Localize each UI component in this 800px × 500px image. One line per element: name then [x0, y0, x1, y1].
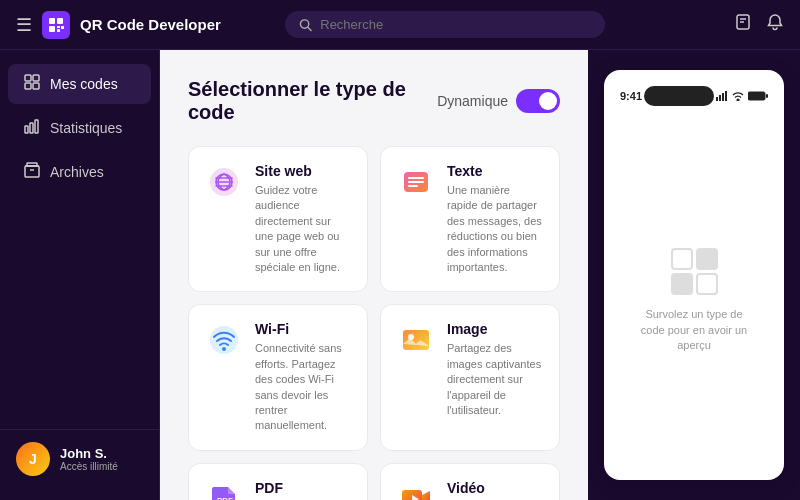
card-icon-image: [397, 321, 435, 359]
qr-placeholder: Survolez un type de code pour en avoir u…: [634, 118, 754, 464]
svg-text:PDF: PDF: [217, 496, 233, 500]
archive-icon: [24, 162, 40, 182]
svg-rect-14: [33, 83, 39, 89]
card-content-image: Image Partagez des images captivantes di…: [447, 321, 543, 418]
code-type-grid: Site web Guidez votre audience directeme…: [188, 146, 560, 500]
svg-rect-5: [57, 26, 60, 28]
card-texte[interactable]: Texte Une manière rapide de partager des…: [380, 146, 560, 292]
svg-rect-0: [49, 18, 55, 24]
sidebar-label-archives: Archives: [50, 164, 104, 180]
qr-icon-grid: [671, 248, 718, 295]
app-title: QR Code Developer: [80, 16, 221, 33]
card-content-video: Vidéo Engagez votre audience avec une ex…: [447, 480, 543, 500]
toggle-thumb: [539, 92, 557, 110]
svg-rect-18: [25, 166, 39, 177]
sidebar-label-mes-codes: Mes codes: [50, 76, 118, 92]
avatar: J: [16, 442, 50, 476]
card-title-texte: Texte: [447, 163, 543, 179]
preview-panel: 9:41 Survolez un type de code pour en av…: [604, 70, 784, 480]
qr-cell-tl: [671, 248, 693, 270]
svg-rect-2: [49, 26, 55, 32]
page-title: Sélectionner le type de code: [188, 78, 437, 124]
card-desc-texte: Une manière rapide de partager des messa…: [447, 183, 543, 275]
card-icon-pdf: PDF: [205, 480, 243, 500]
card-content-texte: Texte Une manière rapide de partager des…: [447, 163, 543, 275]
wifi-icon: [732, 91, 744, 101]
svg-rect-37: [722, 93, 724, 101]
signal-icon: [716, 91, 728, 101]
card-title-pdf: PDF: [255, 480, 351, 496]
qr-hint: Survolez un type de code pour en avoir u…: [634, 307, 754, 353]
qr-cell-bl: [671, 273, 693, 295]
sidebar-label-statistiques: Statistiques: [50, 120, 122, 136]
menu-icon[interactable]: ☰: [16, 14, 32, 36]
phone-time: 9:41: [620, 90, 642, 102]
sidebar-item-archives[interactable]: Archives: [8, 152, 151, 192]
layout: Mes codes Statistiques Archives J John S…: [0, 50, 800, 500]
svg-rect-16: [30, 123, 33, 133]
card-title-video: Vidéo: [447, 480, 543, 496]
user-plan: Accès illimité: [60, 461, 118, 472]
card-pdf[interactable]: PDF PDF Partagez des document rapidement…: [188, 463, 368, 500]
toggle-track[interactable]: [516, 89, 560, 113]
search-input[interactable]: [320, 17, 591, 32]
main-content: Sélectionner le type de code Dynamique S…: [160, 50, 588, 500]
search-icon: [299, 18, 312, 32]
svg-rect-17: [35, 120, 38, 133]
svg-rect-28: [403, 330, 429, 350]
user-info: John S. Accès illimité: [60, 446, 118, 472]
card-icon-wifi: [205, 321, 243, 359]
qr-cell-br: [696, 273, 718, 295]
card-title-image: Image: [447, 321, 543, 337]
svg-rect-3: [57, 29, 60, 32]
user-profile[interactable]: J John S. Accès illimité: [0, 429, 159, 488]
svg-rect-13: [25, 83, 31, 89]
sidebar-item-mes-codes[interactable]: Mes codes: [8, 64, 151, 104]
phone-status-bar: 9:41: [620, 86, 768, 106]
header-icons: [734, 13, 784, 36]
dynamic-label: Dynamique: [437, 93, 508, 109]
svg-rect-12: [33, 75, 39, 81]
main-header: Sélectionner le type de code Dynamique: [188, 78, 560, 124]
phone-notch: [644, 86, 714, 106]
dynamic-toggle[interactable]: Dynamique: [437, 89, 560, 113]
svg-rect-19: [27, 163, 37, 166]
card-image[interactable]: Image Partagez des images captivantes di…: [380, 304, 560, 450]
sidebar-item-statistiques[interactable]: Statistiques: [8, 108, 151, 148]
header-left: ☰ QR Code Developer: [16, 11, 221, 39]
svg-line-7: [308, 27, 311, 30]
card-video[interactable]: Vidéo Engagez votre audience avec une ex…: [380, 463, 560, 500]
logo-icon: [42, 11, 70, 39]
card-icon-site-web: [205, 163, 243, 201]
card-site-web[interactable]: Site web Guidez votre audience directeme…: [188, 146, 368, 292]
battery-icon: [748, 91, 768, 101]
svg-rect-41: [766, 94, 768, 98]
card-desc-site-web: Guidez votre audience directement sur un…: [255, 183, 351, 275]
card-icon-texte: [397, 163, 435, 201]
user-name: John S.: [60, 446, 118, 461]
grid-icon: [24, 74, 40, 94]
bookmark-icon[interactable]: [734, 13, 752, 36]
svg-point-39: [737, 99, 739, 101]
card-title-site-web: Site web: [255, 163, 351, 179]
svg-point-27: [222, 347, 226, 351]
svg-rect-40: [748, 92, 765, 100]
svg-rect-15: [25, 126, 28, 133]
card-title-wifi: Wi-Fi: [255, 321, 351, 337]
card-icon-video: [397, 480, 435, 500]
card-content-site-web: Site web Guidez votre audience directeme…: [255, 163, 351, 275]
phone-status-icons: [716, 91, 768, 101]
card-content-pdf: PDF Partagez des document rapidement. Id…: [255, 480, 351, 500]
card-content-wifi: Wi-Fi Connectivité sans efforts. Partage…: [255, 321, 351, 433]
search-bar[interactable]: [285, 11, 605, 38]
card-wifi[interactable]: Wi-Fi Connectivité sans efforts. Partage…: [188, 304, 368, 450]
svg-rect-4: [61, 26, 64, 29]
svg-rect-36: [719, 95, 721, 101]
bell-icon[interactable]: [766, 13, 784, 36]
svg-rect-35: [716, 97, 718, 101]
qr-cell-tr: [696, 248, 718, 270]
card-desc-wifi: Connectivité sans efforts. Partagez des …: [255, 341, 351, 433]
sidebar: Mes codes Statistiques Archives J John S…: [0, 50, 160, 500]
svg-rect-38: [725, 91, 727, 101]
card-desc-image: Partagez des images captivantes directem…: [447, 341, 543, 418]
